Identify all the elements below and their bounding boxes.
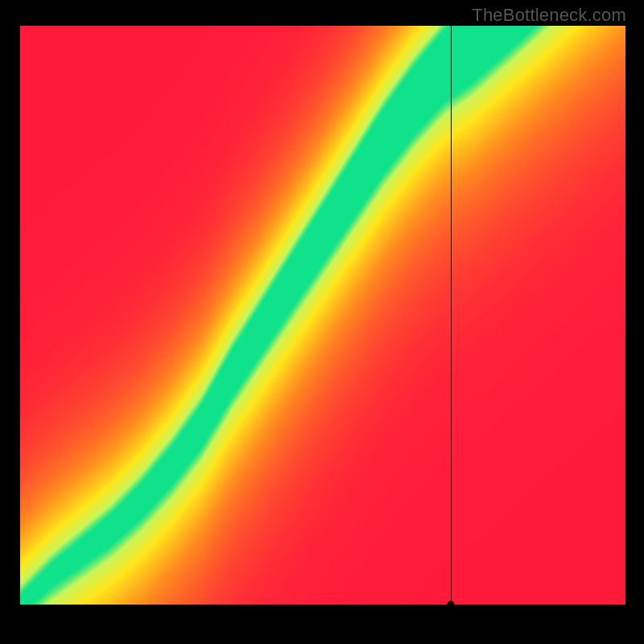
marker-dot	[447, 601, 454, 609]
heatmap-plot-area	[20, 26, 625, 605]
heatmap-canvas	[20, 26, 625, 605]
crosshair-vertical	[451, 26, 452, 605]
crosshair-horizontal	[20, 605, 625, 605]
watermark-text: TheBottleneck.com	[472, 5, 626, 26]
